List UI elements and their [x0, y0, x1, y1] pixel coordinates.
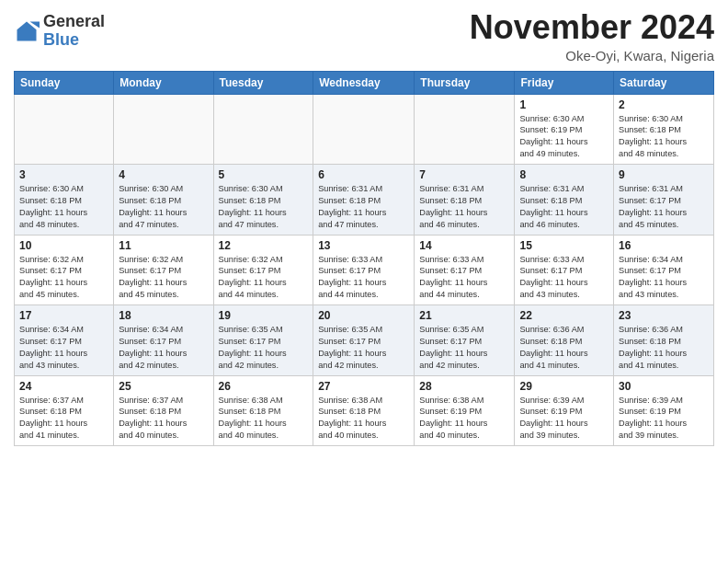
calendar-cell: 20Sunrise: 6:35 AM Sunset: 6:17 PM Dayli… [313, 305, 415, 376]
calendar-cell [15, 94, 114, 165]
week-row-5: 24Sunrise: 6:37 AM Sunset: 6:18 PM Dayli… [15, 375, 714, 446]
calendar-cell: 22Sunrise: 6:36 AM Sunset: 6:18 PM Dayli… [515, 305, 614, 376]
day-number: 29 [519, 380, 609, 393]
day-info: Sunrise: 6:30 AM Sunset: 6:18 PM Dayligh… [619, 113, 709, 161]
day-info: Sunrise: 6:31 AM Sunset: 6:17 PM Dayligh… [619, 183, 709, 231]
day-info: Sunrise: 6:30 AM Sunset: 6:18 PM Dayligh… [19, 183, 108, 231]
calendar-cell: 17Sunrise: 6:34 AM Sunset: 6:17 PM Dayli… [15, 305, 114, 376]
calendar-cell: 18Sunrise: 6:34 AM Sunset: 6:17 PM Dayli… [114, 305, 213, 376]
week-row-3: 10Sunrise: 6:32 AM Sunset: 6:17 PM Dayli… [15, 235, 714, 305]
day-number: 11 [119, 239, 208, 252]
day-number: 2 [619, 98, 709, 111]
calendar-cell: 10Sunrise: 6:32 AM Sunset: 6:17 PM Dayli… [15, 235, 114, 305]
svg-marker-0 [17, 21, 37, 40]
week-row-1: 1Sunrise: 6:30 AM Sunset: 6:19 PM Daylig… [15, 94, 714, 165]
calendar-cell: 16Sunrise: 6:34 AM Sunset: 6:17 PM Dayli… [614, 235, 714, 305]
day-number: 7 [419, 168, 509, 181]
calendar-cell: 30Sunrise: 6:39 AM Sunset: 6:19 PM Dayli… [614, 375, 714, 446]
day-number: 16 [619, 239, 709, 252]
day-number: 24 [19, 380, 108, 393]
week-row-2: 3Sunrise: 6:30 AM Sunset: 6:18 PM Daylig… [15, 165, 714, 236]
title-area: November 2024 Oke-Oyi, Kwara, Nigeria [470, 9, 714, 63]
day-number: 3 [19, 168, 108, 181]
weekday-header-wednesday: Wednesday [313, 71, 415, 94]
month-title: November 2024 [470, 9, 714, 46]
location: Oke-Oyi, Kwara, Nigeria [470, 48, 714, 63]
calendar-cell: 29Sunrise: 6:39 AM Sunset: 6:19 PM Dayli… [515, 375, 614, 446]
calendar-cell: 27Sunrise: 6:38 AM Sunset: 6:18 PM Dayli… [313, 375, 415, 446]
day-number: 19 [219, 309, 309, 322]
calendar-cell: 6Sunrise: 6:31 AM Sunset: 6:18 PM Daylig… [313, 165, 415, 236]
calendar-cell: 21Sunrise: 6:35 AM Sunset: 6:17 PM Dayli… [415, 305, 515, 376]
day-info: Sunrise: 6:35 AM Sunset: 6:17 PM Dayligh… [419, 324, 509, 372]
calendar-cell: 26Sunrise: 6:38 AM Sunset: 6:18 PM Dayli… [213, 375, 313, 446]
calendar-cell: 5Sunrise: 6:30 AM Sunset: 6:18 PM Daylig… [213, 165, 313, 236]
calendar: SundayMondayTuesdayWednesdayThursdayFrid… [14, 71, 714, 447]
day-info: Sunrise: 6:36 AM Sunset: 6:18 PM Dayligh… [519, 324, 609, 372]
day-number: 30 [619, 380, 709, 393]
logo-general: General [43, 12, 105, 30]
day-number: 27 [318, 380, 409, 393]
calendar-cell: 13Sunrise: 6:33 AM Sunset: 6:17 PM Dayli… [313, 235, 415, 305]
logo-text: General Blue [43, 13, 105, 50]
day-info: Sunrise: 6:30 AM Sunset: 6:18 PM Dayligh… [119, 183, 208, 231]
day-number: 26 [219, 380, 309, 393]
day-info: Sunrise: 6:37 AM Sunset: 6:18 PM Dayligh… [19, 395, 108, 442]
day-info: Sunrise: 6:30 AM Sunset: 6:18 PM Dayligh… [219, 183, 309, 231]
calendar-cell: 24Sunrise: 6:37 AM Sunset: 6:18 PM Dayli… [15, 375, 114, 446]
day-info: Sunrise: 6:36 AM Sunset: 6:18 PM Dayligh… [619, 324, 709, 372]
day-number: 15 [519, 239, 609, 252]
day-info: Sunrise: 6:34 AM Sunset: 6:17 PM Dayligh… [119, 324, 208, 372]
day-info: Sunrise: 6:33 AM Sunset: 6:17 PM Dayligh… [419, 254, 509, 302]
calendar-cell [415, 94, 515, 165]
day-info: Sunrise: 6:33 AM Sunset: 6:17 PM Dayligh… [318, 254, 409, 302]
calendar-cell: 14Sunrise: 6:33 AM Sunset: 6:17 PM Dayli… [415, 235, 515, 305]
calendar-cell: 4Sunrise: 6:30 AM Sunset: 6:18 PM Daylig… [114, 165, 213, 236]
day-number: 12 [219, 239, 309, 252]
day-number: 28 [419, 380, 509, 393]
logo-icon [14, 18, 40, 44]
header: General Blue November 2024 Oke-Oyi, Kwar… [14, 9, 714, 63]
logo: General Blue [14, 13, 105, 50]
day-number: 1 [519, 98, 609, 111]
day-info: Sunrise: 6:31 AM Sunset: 6:18 PM Dayligh… [519, 183, 609, 231]
day-info: Sunrise: 6:32 AM Sunset: 6:17 PM Dayligh… [219, 254, 309, 302]
logo-blue: Blue [43, 30, 79, 49]
day-info: Sunrise: 6:39 AM Sunset: 6:19 PM Dayligh… [519, 395, 609, 442]
day-info: Sunrise: 6:35 AM Sunset: 6:17 PM Dayligh… [318, 324, 409, 372]
weekday-header-monday: Monday [114, 71, 213, 94]
day-number: 25 [119, 380, 208, 393]
day-number: 8 [519, 168, 609, 181]
calendar-cell: 2Sunrise: 6:30 AM Sunset: 6:18 PM Daylig… [614, 94, 714, 165]
day-info: Sunrise: 6:34 AM Sunset: 6:17 PM Dayligh… [19, 324, 108, 372]
calendar-cell: 23Sunrise: 6:36 AM Sunset: 6:18 PM Dayli… [614, 305, 714, 376]
calendar-cell: 28Sunrise: 6:38 AM Sunset: 6:19 PM Dayli… [415, 375, 515, 446]
calendar-cell [213, 94, 313, 165]
day-info: Sunrise: 6:38 AM Sunset: 6:19 PM Dayligh… [419, 395, 509, 442]
calendar-cell: 3Sunrise: 6:30 AM Sunset: 6:18 PM Daylig… [15, 165, 114, 236]
weekday-header-tuesday: Tuesday [213, 71, 313, 94]
day-info: Sunrise: 6:38 AM Sunset: 6:18 PM Dayligh… [219, 395, 309, 442]
day-info: Sunrise: 6:31 AM Sunset: 6:18 PM Dayligh… [419, 183, 509, 231]
calendar-cell: 19Sunrise: 6:35 AM Sunset: 6:17 PM Dayli… [213, 305, 313, 376]
weekday-header-friday: Friday [515, 71, 614, 94]
day-number: 10 [19, 239, 108, 252]
calendar-cell: 11Sunrise: 6:32 AM Sunset: 6:17 PM Dayli… [114, 235, 213, 305]
day-number: 6 [318, 168, 409, 181]
day-number: 21 [419, 309, 509, 322]
calendar-cell [313, 94, 415, 165]
weekday-header-saturday: Saturday [614, 71, 714, 94]
day-info: Sunrise: 6:31 AM Sunset: 6:18 PM Dayligh… [318, 183, 409, 231]
weekday-header-thursday: Thursday [415, 71, 515, 94]
calendar-cell: 1Sunrise: 6:30 AM Sunset: 6:19 PM Daylig… [515, 94, 614, 165]
day-info: Sunrise: 6:32 AM Sunset: 6:17 PM Dayligh… [119, 254, 208, 302]
day-info: Sunrise: 6:30 AM Sunset: 6:19 PM Dayligh… [519, 113, 609, 161]
day-number: 20 [318, 309, 409, 322]
day-number: 23 [619, 309, 709, 322]
day-number: 4 [119, 168, 208, 181]
day-number: 18 [119, 309, 208, 322]
week-row-4: 17Sunrise: 6:34 AM Sunset: 6:17 PM Dayli… [15, 305, 714, 376]
calendar-cell: 7Sunrise: 6:31 AM Sunset: 6:18 PM Daylig… [415, 165, 515, 236]
calendar-cell: 9Sunrise: 6:31 AM Sunset: 6:17 PM Daylig… [614, 165, 714, 236]
calendar-cell [114, 94, 213, 165]
